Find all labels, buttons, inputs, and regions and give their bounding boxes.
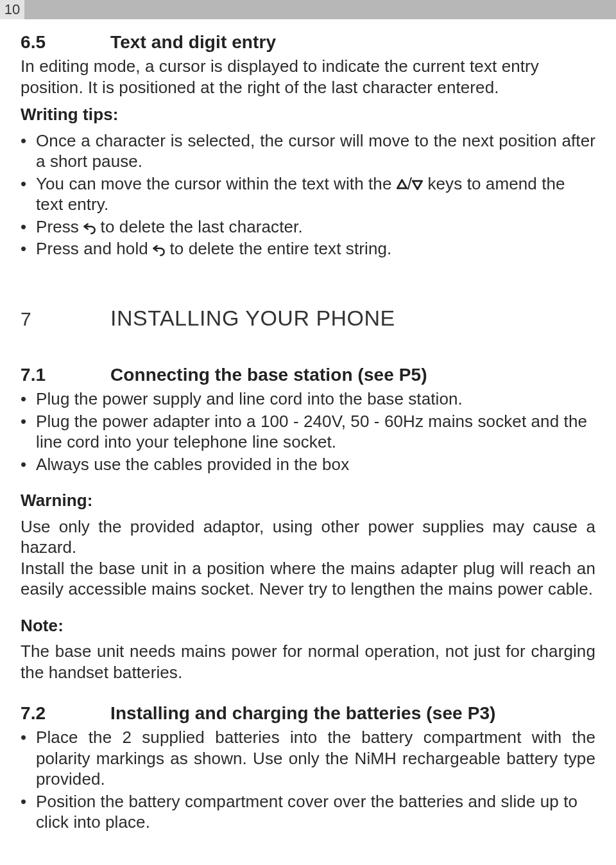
list-text: Press xyxy=(36,217,83,236)
list-text: Plug the power supply and line cord into… xyxy=(36,389,463,408)
heading-7-1: 7.1Connecting the base station (see P5) xyxy=(21,363,595,386)
heading-7-2: 7.2Installing and charging the batteries… xyxy=(21,702,595,724)
chapter-number: 7 xyxy=(21,307,110,331)
heading-number: 6.5 xyxy=(21,31,110,53)
warning-text: Use only the provided adaptor, using oth… xyxy=(21,516,595,600)
heading-number: 7.2 xyxy=(21,702,110,724)
writing-tips-label: Writing tips: xyxy=(21,104,595,125)
list-item: Place the 2 supplied batteries into the … xyxy=(21,727,595,790)
list-text: Plug the power adapter into a 100 - 240V… xyxy=(36,412,587,452)
list-item: Once a character is selected, the cursor… xyxy=(21,130,595,172)
list-text: Place the 2 supplied batteries into the … xyxy=(36,728,595,789)
writing-tips-list: Once a character is selected, the cursor… xyxy=(21,130,595,259)
list-text: You can move the cursor within the text … xyxy=(36,174,397,193)
heading-title: Installing and charging the batteries (s… xyxy=(110,703,496,723)
list-text: to delete the entire text string. xyxy=(165,239,391,258)
svg-marker-0 xyxy=(397,180,406,188)
section-7-2-list: Place the 2 supplied batteries into the … xyxy=(21,727,595,833)
heading-number: 7.1 xyxy=(21,363,110,386)
list-item: Plug the power supply and line cord into… xyxy=(21,389,595,410)
list-item: Plug the power adapter into a 100 - 240V… xyxy=(21,411,595,453)
manual-page: 10 6.5Text and digit entry In editing mo… xyxy=(0,0,616,864)
svg-marker-1 xyxy=(413,180,422,189)
slash: / xyxy=(407,174,412,193)
down-triangle-icon xyxy=(412,179,423,190)
heading-chapter-7: 7INSTALLING YOUR PHONE xyxy=(21,304,595,332)
section-7-1-list: Plug the power supply and line cord into… xyxy=(21,389,595,475)
list-item: Always use the cables provided in the bo… xyxy=(21,454,595,475)
heading-title: Connecting the base station (see P5) xyxy=(110,365,427,385)
list-item: Press to delete the last character. xyxy=(21,216,595,238)
list-text: to delete the last character. xyxy=(96,217,302,236)
list-text: Always use the cables provided in the bo… xyxy=(36,455,349,474)
up-down-keys: / xyxy=(397,174,423,193)
page-content: 6.5Text and digit entry In editing mode,… xyxy=(0,19,616,864)
heading-title: Text and digit entry xyxy=(110,32,276,52)
warning-label: Warning: xyxy=(21,490,595,511)
note-text: The base unit needs mains power for norm… xyxy=(21,641,595,683)
header-bar: 10 xyxy=(0,0,616,19)
list-item: You can move the cursor within the text … xyxy=(21,173,595,215)
back-arrow-icon xyxy=(83,222,96,234)
back-arrow-icon xyxy=(153,244,165,256)
section-6-5-intro: In editing mode, a cursor is displayed t… xyxy=(21,56,595,98)
list-text: Once a character is selected, the cursor… xyxy=(36,131,595,171)
chapter-title: INSTALLING YOUR PHONE xyxy=(110,306,395,330)
heading-6-5: 6.5Text and digit entry xyxy=(21,31,595,53)
list-text: Position the battery compartment cover o… xyxy=(36,792,578,832)
list-text: Press and hold xyxy=(36,239,153,258)
list-item: Press and hold to delete the entire text… xyxy=(21,238,595,259)
note-label: Note: xyxy=(21,615,595,636)
page-number: 10 xyxy=(0,0,24,19)
up-triangle-icon xyxy=(397,179,407,190)
list-item: Position the battery compartment cover o… xyxy=(21,791,595,833)
